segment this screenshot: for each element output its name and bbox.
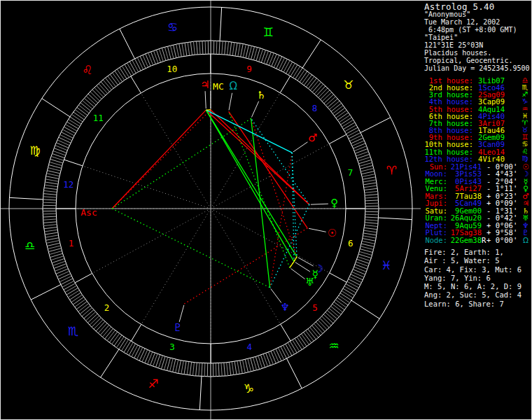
chart-date: Tue March 12, 2002 (424, 18, 531, 26)
house-label: 12th house: (424, 155, 473, 162)
planet-velocity: + 9°58' (486, 229, 517, 236)
aspect-trine-line (112, 118, 251, 209)
house-cusp-spoke (64, 160, 83, 166)
wheel-planet-glyph-jupiter: ♃ (200, 78, 209, 91)
zodiac-mode: Tropical, Geocentric. (424, 57, 531, 64)
sign-boundary-line (302, 40, 321, 68)
wheel-planet-glyph-neptune: ♆ (280, 301, 289, 314)
house-cusp-spoke (281, 324, 290, 341)
planet-velocity: + 0°00' (486, 237, 517, 244)
sign-boundary-line (287, 358, 302, 388)
retrograde-flag: R (482, 237, 486, 244)
aspect-square-line (251, 118, 297, 257)
sign-boundary-line (42, 99, 70, 117)
planet-row: Plut:17Sag38 + 9°58'♇ (424, 229, 531, 236)
aspect-trine-line (206, 110, 294, 261)
zodiac-glyph-sagittarius: ♐ (148, 377, 158, 391)
sign-boundary-line (360, 118, 391, 133)
zodiac-glyph-cancer: ♋ (167, 20, 178, 34)
zodiac-glyph-taurus: ♉ (343, 78, 354, 92)
glyph-pointer-line (291, 269, 305, 279)
app-title: Astrolog 5.40 (424, 3, 531, 10)
house-cusp-spoke (131, 76, 141, 93)
tally-line: M: 5, N: 6, A: 2, D: 9 (424, 282, 531, 290)
angle-labels: AscMC (80, 81, 223, 218)
aspect-sextile-line (292, 153, 297, 257)
glyph-pointer-line (229, 93, 232, 111)
aspect-square-line (270, 153, 293, 288)
natal-chart-wheel: ♈♉♊♋♌♍♎♏♐♑♒♓123456789101112☉☽☿♀♂♃♄♅♆♇ΩAs… (1, 1, 421, 420)
retrograde-flag (482, 229, 486, 236)
glyph-pointer-line (309, 228, 326, 232)
sign-boundary-line (220, 7, 222, 41)
house-number-5: 5 (312, 302, 318, 313)
house-number-12: 12 (63, 179, 74, 190)
aspect-square-line (112, 110, 206, 209)
astrolog-window: ♈♉♊♋♌♍♎♏♐♑♒♓123456789101112☉☽☿♀♂♃♄♅♆♇ΩAs… (0, 0, 532, 420)
house-number-2: 2 (104, 302, 110, 313)
planet-position-value: 17Sag38 (449, 229, 482, 236)
house-number-7: 7 (348, 167, 354, 178)
glyph-pointer-line (298, 258, 314, 266)
planet-glyph-icon: ♇ (521, 229, 531, 236)
wheel-planet-glyph-mars: ♂ (308, 132, 317, 144)
zodiac-glyph-aries: ♈ (386, 163, 397, 177)
aspect-sextile-line (270, 204, 309, 288)
house-cusp-spoke (330, 273, 347, 282)
glyph-pointer-line (295, 262, 310, 272)
wheel-planet-glyph-pluto: ♇ (173, 321, 182, 334)
sign-boundary-line (101, 349, 119, 377)
sign-boundary-line (351, 300, 379, 318)
midheaven-label: MC (213, 81, 224, 92)
house-cusp-value: 4Vir40 (475, 155, 505, 162)
zodiac-glyph-capricorn: ♑ (244, 382, 254, 396)
chart-header: Astrolog 5.40 "Anonymous" Tue March 12, … (424, 3, 531, 72)
chart-time: 6:48pm (ST +8:00 GMT) (424, 26, 531, 34)
planet-glyphs: ☉☽☿♀♂♃♄♅♆♇Ω (173, 78, 338, 334)
tally-line: Learn: 6, Share: 7 (424, 300, 531, 308)
house-cusp-list: 1st house:3Lib07♎2nd house:1Sco46♏3rd ho… (424, 77, 531, 162)
sign-boundary-line (379, 218, 412, 220)
wheel-planet-glyph-uranus: ♅ (305, 276, 314, 288)
wheel-planet-glyph-saturn: ♄ (257, 89, 266, 102)
planet-label: Node: (424, 237, 447, 244)
glyph-pointer-line (179, 305, 184, 322)
chart-place: "Taipei" (424, 34, 531, 41)
aspect-square-line (184, 228, 307, 304)
glyph-pointer-line (311, 204, 328, 204)
house-cusp-spoke (280, 76, 290, 93)
sign-boundary-line (31, 285, 61, 300)
house-cusp-spoke (75, 274, 92, 283)
zodiac-glyph-pisces: ♓ (381, 258, 391, 272)
glyph-pointer-line (293, 142, 308, 152)
house-number-11: 11 (93, 113, 104, 123)
sign-boundary-line (120, 29, 135, 59)
tally-line: Ang: 2, Suc: 5, Cad: 4 (424, 290, 531, 299)
house-cusp-dotted-line (211, 209, 281, 324)
house-number-1: 1 (69, 238, 74, 248)
house-number-6: 6 (348, 238, 354, 248)
wheel-planet-glyph-venus: ♀ (330, 197, 338, 209)
house-cusp-dotted-line (211, 93, 280, 209)
house-number-4: 4 (247, 342, 253, 352)
zodiac-glyph-virgo: ♍ (29, 144, 40, 158)
house-cusp-dotted-line (92, 209, 211, 274)
glyph-pointer-line (205, 91, 206, 108)
aspect-square-line (206, 110, 309, 204)
info-sidebar: Astrolog 5.40 "Anonymous" Tue March 12, … (422, 1, 531, 420)
element-tally: Fire: 2, Earth: 1,Air : 5, Water: 5Car: … (424, 248, 531, 308)
house-cusp-dotted-line (141, 209, 211, 324)
planet-label: Plut: (424, 229, 447, 236)
house-row: 12th house:4Vir40♍ (424, 155, 531, 162)
zodiac-glyph-aquarius: ♒ (329, 339, 340, 353)
planet-list: Sun:21Pis41 - 0°00'☉Moon:3Pis53 - 4°43'☽… (424, 163, 531, 244)
house-cusp-spoke (131, 324, 141, 341)
house-number-3: 3 (169, 342, 175, 352)
zodiac-glyph-libra: ♎ (24, 239, 35, 253)
wheel-planet-glyph-sun: ☉ (328, 227, 337, 239)
glyph-pointer-line (251, 102, 258, 118)
tally-line: Yang: 7, Yin: 6 (424, 274, 531, 282)
house-cusp-spoke (329, 134, 346, 144)
zodiac-glyph-leo: ♌ (82, 63, 92, 77)
aspect-conjunction-line (290, 262, 294, 268)
